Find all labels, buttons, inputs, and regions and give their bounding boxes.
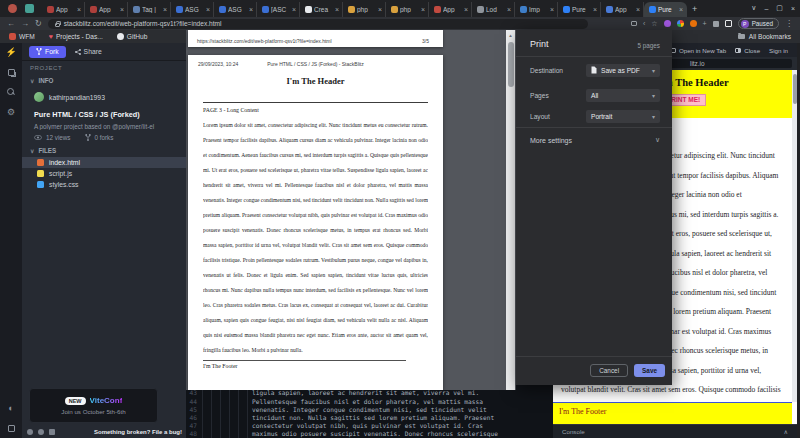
pinned-tab-icon[interactable] [8,4,17,13]
tab-close-icon[interactable]: × [593,6,597,13]
scrollbar-thumb[interactable] [793,74,797,104]
browser-tab[interactable]: App × [42,2,85,17]
browser-tab[interactable]: Tag | × [128,2,171,17]
browser-tab[interactable]: Lod × [472,2,515,17]
browser-tab[interactable]: ASG × [214,2,257,17]
chevron-up-icon[interactable]: ∧ [783,428,788,435]
open-in-new-tab-button[interactable]: Open in New Tab [671,47,726,54]
code-line[interactable]: 48 maximus odio posuere suscipit venenat… [186,430,553,438]
code-line[interactable]: 43 ligula sapien, laoreet ac hendrerit s… [186,389,553,397]
tab-close-icon[interactable]: × [249,6,253,13]
scrollbar-thumb[interactable] [508,42,514,87]
viteconf-banner[interactable]: NEW ViteConf Join us October 5th-6th [29,388,158,423]
browser-tab[interactable]: Pure × [558,2,601,17]
menu-kebab-icon[interactable]: ⋮ [785,20,793,27]
browser-tab[interactable]: php × [386,2,429,17]
tab-close-icon[interactable]: × [120,6,124,13]
fork-button[interactable]: Fork [29,46,66,58]
twitter-icon[interactable] [27,429,33,435]
browser-tab[interactable]: Crea × [300,2,343,17]
profile-button[interactable]: P Paused [738,18,779,29]
browser-tab[interactable]: ASG × [171,2,214,17]
close-window-icon[interactable]: × [791,5,795,12]
maximize-icon[interactable]: ▢ [776,4,783,12]
user-row[interactable]: kathirpandian1993 [22,84,186,102]
console-bar[interactable]: Console ∧ [553,424,797,438]
open-in-new-tab-label: Open in New Tab [679,47,726,54]
layout-toggle-icon[interactable] [8,425,15,432]
browser-tab[interactable]: App × [601,2,644,17]
file-a-bug-link[interactable]: Something broken? File a bug! [94,429,182,435]
extension-icon[interactable] [690,20,697,27]
code-line[interactable]: 44 Pellentesque faucibus nisl et dolor p… [186,397,553,405]
tab-close-icon[interactable]: × [77,6,81,13]
layout-select[interactable]: Portrait ▾ [586,110,660,123]
reload-icon[interactable]: ↻ [35,20,42,28]
bookmark-item[interactable]: WFM [9,33,35,40]
browser-tab[interactable]: [ASC × [257,2,300,17]
theme-toggle-icon[interactable]: ◐ [8,404,13,413]
extension-icon[interactable]: + [703,20,707,27]
project-icon[interactable] [8,69,15,76]
minimize-icon[interactable]: – [764,5,768,12]
tab-close-icon[interactable]: × [550,6,554,13]
file-tree-item[interactable]: script.js [22,168,186,179]
sign-in-button[interactable]: Sign in [769,47,788,54]
tab-search-icon[interactable]: ∨ [751,4,756,12]
browser-tab[interactable]: Pure × [644,2,687,17]
tab-close-icon[interactable]: × [636,6,640,13]
browser-tab[interactable]: App × [429,2,472,17]
save-button[interactable]: Save [634,364,665,377]
pinned-tab-icon[interactable] [25,4,34,13]
close-preview-button[interactable]: Close [735,47,760,54]
cast-icon[interactable] [631,21,637,26]
destination-select[interactable]: Save as PDF ▾ [586,64,660,77]
tab-close-icon[interactable]: × [421,6,425,13]
code-line[interactable]: 45 venenatis. Integer congue condimentum… [186,405,553,413]
tab-close-icon[interactable]: × [292,6,296,13]
browser-tab[interactable]: Imp × [515,2,558,17]
file-tree-item[interactable]: styles.css [22,179,186,190]
pages-select[interactable]: All ▾ [586,89,660,102]
address-bar[interactable]: stackblitz.com/edit/web-platform-qsv1t?f… [48,19,588,29]
more-settings-toggle[interactable]: More settings ∨ [530,133,660,147]
back-icon[interactable]: ← [7,20,15,28]
extension-icon[interactable] [664,20,671,27]
bookmark-star-icon[interactable]: ☆ [651,20,657,27]
print-preview-scrollbar[interactable]: ▲ [506,30,515,390]
bookmark-item[interactable]: GitHub [117,33,148,40]
side-panel-icon[interactable] [725,20,732,27]
cancel-button[interactable]: Cancel [590,364,628,377]
all-bookmarks-button[interactable]: All Bookmarks [738,33,791,40]
extension-icon[interactable] [677,20,684,27]
print-preview-area: https://stackblitz.com/edit/web-platform… [186,30,516,390]
new-tab-button[interactable]: + [692,4,697,14]
tab-close-icon[interactable]: × [163,6,167,13]
bookmark-item[interactable]: ♥ Projects - Das... [49,33,103,40]
share-button[interactable]: Share [75,48,102,55]
share-page-icon[interactable]: ‹ [643,20,645,27]
tab-close-icon[interactable]: × [464,6,468,13]
files-section-header[interactable]: ∨ FILES [22,141,186,154]
tab-close-icon[interactable]: × [206,6,210,13]
file-tree-item[interactable]: index.html [22,157,186,168]
scroll-up-arrow-icon[interactable]: ▲ [506,30,515,40]
new-badge: NEW [65,397,86,405]
info-section-header[interactable]: ∨ INFO [22,71,186,84]
tab-close-icon[interactable]: × [335,6,339,13]
code-line[interactable]: 47 consectetur volutpat nibh, quis pulvi… [186,422,553,430]
browser-tab[interactable]: App × [85,2,128,17]
browser-tab[interactable]: php × [343,2,386,17]
settings-gear-icon[interactable]: ⚙ [7,108,15,117]
stackblitz-logo-icon[interactable]: ⚡ [5,48,16,57]
search-icon[interactable] [7,88,15,96]
preview-scrollbar[interactable] [792,70,797,402]
tab-close-icon[interactable]: × [507,6,511,13]
forward-icon[interactable]: → [21,20,29,28]
github-icon[interactable] [38,429,44,435]
extensions-puzzle-icon[interactable] [713,21,719,27]
code-line[interactable]: 46 tincidunt non. Nulla sagittis sed lor… [186,413,553,421]
tab-close-icon[interactable]: × [378,6,382,13]
tab-close-icon[interactable]: × [679,6,683,13]
email-icon[interactable] [49,429,55,435]
